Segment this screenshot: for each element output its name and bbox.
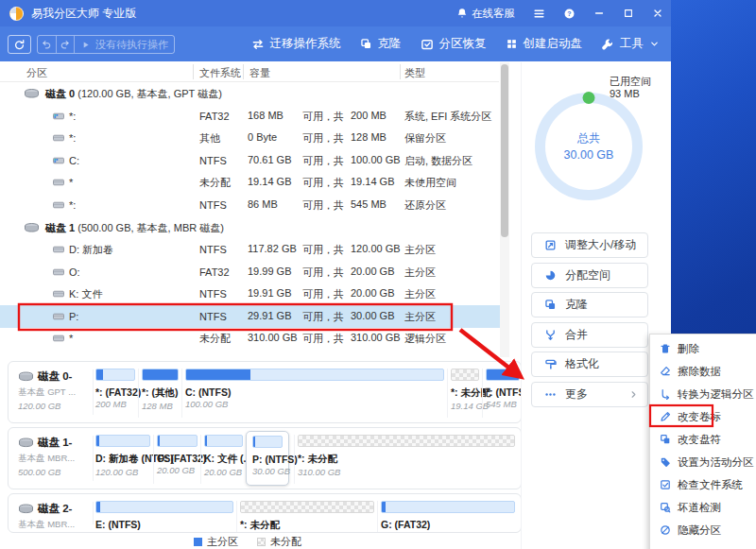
disk-map-label-0[interactable]: 磁盘 0- 基本盘 GPT ... 120.00 GB [18, 369, 92, 411]
menu-item-1[interactable]: 擦除数据 [650, 360, 756, 383]
app-title: 易我分区大师 专业版 [31, 6, 136, 22]
scrollbar-thumb[interactable] [501, 64, 508, 237]
menu-item-8[interactable]: 隐藏分区 [650, 519, 756, 541]
partition-row-1-2[interactable]: K: 文件 NTFS 19.91 GB可用，共20.00 GB 主分区 [0, 283, 500, 306]
table-scrollbar[interactable] [500, 62, 509, 357]
partition-bar [142, 369, 179, 381]
toolbar-item-4[interactable]: 工具 [601, 36, 660, 52]
svg-text:总共: 总共 [576, 131, 600, 145]
disk-group-row[interactable]: 磁盘 0 (120.00 GB, 基本盘, GPT 磁盘) [0, 82, 500, 105]
partition-icon [53, 268, 64, 276]
disk-map-card-0: 磁盘 0- 基本盘 GPT ... 120.00 GB *: (FAT32)20… [8, 361, 522, 423]
toolbar-item-0[interactable]: 迁移操作系统 [251, 36, 341, 52]
disk-map-partition-0-0[interactable]: *: (FAT32)200 MB [95, 369, 135, 418]
partition-row-0-2[interactable]: C: NTFS 70.61 GB可用，共100.00 GB 启动, 数据分区 [0, 149, 500, 172]
header-capacity: 容量 [249, 66, 270, 80]
menu-list-icon [533, 8, 545, 20]
menu-item-4[interactable]: 改变盘符 [650, 428, 756, 451]
partition-bar [204, 435, 243, 447]
menu-item-7[interactable]: 坏道检测 [650, 496, 756, 519]
action-button-4[interactable]: 格式化 [531, 352, 648, 377]
title-bar: 易我分区大师 专业版 在线客服? [0, 0, 671, 26]
partition-row-0-4[interactable]: *: NTFS 86 MB可用，共545 MB 还原分区 [0, 194, 500, 216]
partition-recovery-icon [421, 38, 434, 51]
maximize-button[interactable] [623, 8, 634, 19]
header-partition: 分区 [26, 66, 47, 80]
minimize-icon [593, 8, 605, 19]
disk-icon [24, 222, 40, 232]
toolbar-item-1[interactable]: 克隆 [360, 36, 402, 52]
close-button[interactable] [652, 8, 663, 19]
disk-map-partition-0-4[interactable]: *: (NTFS)545 MB [482, 369, 520, 418]
partition-bar-unallocated [298, 435, 515, 447]
help-icon: ? [563, 8, 576, 20]
online-service-label: 在线客服 [472, 7, 515, 21]
disk-map-partition-1-3[interactable]: P: (NTFS)30.00 GB [246, 431, 289, 486]
action-button-5[interactable]: 更多 [531, 382, 648, 407]
toolbar: 没有待执行操作 迁移操作系统克隆分区恢复创建启动盘工具 [0, 26, 671, 61]
action-button-2[interactable]: 克隆 [531, 292, 648, 317]
disk-map-card-2: 磁盘 2- 基本盘 MBR... 30.00 GB E: (NTFS)10.00… [8, 493, 522, 533]
partition-row-0-3[interactable]: * 未分配 19.14 GB可用，共19.14 GB 未使用空间 [0, 172, 500, 195]
partition-bar [95, 501, 233, 513]
disk-group-row[interactable]: 磁盘 1 (500.00 GB, 基本盘, MBR 磁盘) [0, 216, 500, 239]
change-letter-icon [660, 434, 671, 445]
more-icon [544, 388, 557, 401]
action-button-1[interactable]: 分配空间 [531, 263, 648, 288]
app-logo-icon [9, 7, 24, 21]
hide-partition-icon [660, 524, 671, 536]
disk-map-label-2[interactable]: 磁盘 2- 基本盘 MBR... 30.00 GB [18, 502, 92, 533]
disk-map-partition-2-0[interactable]: E: (NTFS)10.00 GB [95, 501, 233, 533]
partition-bar [486, 369, 520, 381]
action-button-0[interactable]: 调整大小/移动 [531, 232, 648, 258]
header-type: 类型 [404, 66, 425, 80]
menu-item-5[interactable]: 设置为活动分区 [650, 451, 756, 473]
partition-bar [185, 369, 444, 381]
operation-queue-group: 没有待执行操作 [37, 35, 175, 54]
more-context-menu: 删除 擦除数据 转换为逻辑分区 改变卷标 改变盘符 设置为活动分区 检查文件系统… [649, 334, 756, 549]
menu-item-2[interactable]: 转换为逻辑分区 [650, 383, 756, 405]
minimize-button[interactable] [593, 8, 605, 19]
disk-map-partition-1-2[interactable]: K: 文件 (...20.00 GB [200, 435, 243, 484]
action-button-3[interactable]: 合并 [531, 322, 648, 348]
partition-bar [381, 501, 515, 513]
partition-row-1-0[interactable]: D: 新加卷 NTFS 117.82 GB可用，共120.00 GB 主分区 [0, 239, 500, 262]
help-button[interactable]: ? [563, 8, 576, 20]
disk-map-partition-1-1[interactable]: O: (FAT32)20.00 GB [153, 435, 198, 484]
partition-bar-unallocated [240, 501, 374, 513]
legend-swatch-unallocated [257, 538, 266, 546]
toolbar-item-3[interactable]: 创建启动盘 [506, 36, 583, 52]
disk-map-partition-0-2[interactable]: C: (NTFS)100.00 GB [181, 369, 444, 418]
redo-button[interactable] [56, 36, 74, 53]
menu-item-0[interactable]: 删除 [650, 337, 756, 360]
undo-button[interactable] [38, 36, 56, 53]
check-fs-icon [660, 479, 671, 490]
partition-row-0-0[interactable]: *: FAT32 168 MB可用，共200 MB 系统, EFI 系统分区 [0, 105, 500, 128]
refresh-button[interactable] [8, 35, 31, 54]
maximize-icon [623, 8, 634, 19]
panel-divider [521, 62, 522, 549]
disk-map-legend: 主分区未分配 [194, 535, 301, 549]
disk-map-partition-1-4[interactable]: *: 未分配310.00 GB [294, 435, 515, 484]
partition-row-1-1[interactable]: O: FAT32 19.99 GB可用，共20.00 GB 主分区 [0, 261, 500, 283]
disk-map-partition-2-2[interactable]: G: (FAT32)10.00 GB [377, 501, 515, 533]
partition-row-1-4[interactable]: * 未分配 310.00 GB可用，共310.00 GB 逻辑分区 [0, 328, 500, 351]
legend-item: 主分区 [194, 535, 238, 549]
table-header: 分区 文件系统 容量 类型 [0, 61, 499, 82]
operation-list-button[interactable] [533, 8, 545, 20]
disk-map-label-1[interactable]: 磁盘 1- 基本盘 MBR... 500.00 GB [18, 436, 92, 477]
allocate-space-icon [544, 269, 557, 282]
pending-operations-button[interactable]: 没有待执行操作 [74, 36, 174, 53]
menu-item-3[interactable]: 改变卷标 [650, 405, 756, 428]
disk-map-partition-2-1[interactable]: *: 未分配10.00 GB [236, 501, 374, 533]
disk-map-partition-0-1[interactable]: *: (其他)128 MB [138, 369, 179, 418]
disk-icon [18, 504, 34, 514]
partition-icon [53, 313, 64, 320]
online-service-button[interactable]: 在线客服 [456, 7, 515, 21]
disk-map-partition-0-3[interactable]: *: 未分配19.14 GB [447, 369, 479, 418]
partition-row-1-3[interactable]: P: NTFS 29.91 GB可用，共30.00 GB 主分区 [0, 305, 500, 328]
partition-row-0-1[interactable]: *: 其他 0 Byte可用，共128 MB 保留分区 [0, 128, 500, 150]
menu-item-6[interactable]: 检查文件系统 [650, 473, 756, 496]
toolbar-item-2[interactable]: 分区恢复 [421, 36, 487, 52]
disk-map-partition-1-0[interactable]: D: 新加卷 (NTFS)120.00 GB [95, 435, 150, 484]
